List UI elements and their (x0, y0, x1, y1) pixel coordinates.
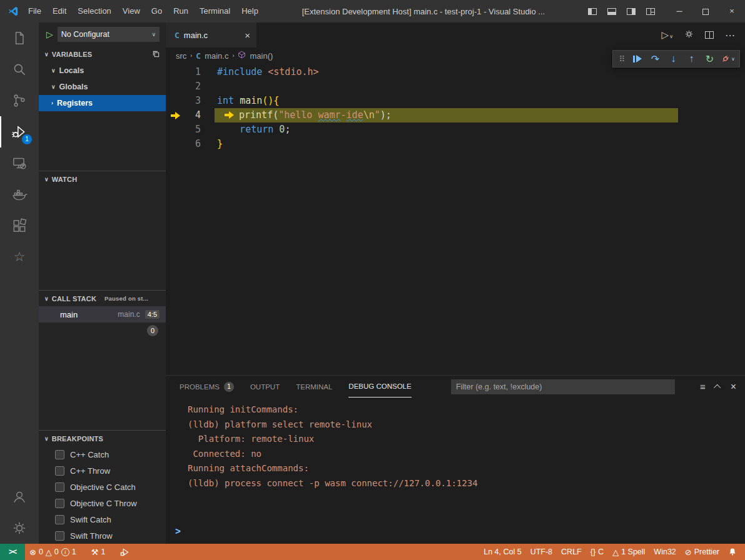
stack-frame-row[interactable]: main main.c 4:5 (39, 306, 166, 322)
breakpoint-cpp-throw[interactable]: C++ Throw (39, 462, 166, 479)
breadcrumb-symbol[interactable]: main() (250, 51, 273, 61)
run-file-button[interactable]: ▷ ∨ (662, 29, 673, 41)
variables-item-locals[interactable]: ∨ Locals (39, 62, 166, 79)
tab-terminal[interactable]: TERMINAL (296, 376, 332, 398)
breakpoint-swift-throw[interactable]: Swift Throw (39, 528, 166, 544)
tools-status[interactable]: ⚒ 1 (87, 544, 110, 560)
cursor-position[interactable]: Ln 4, Col 5 (479, 548, 525, 556)
problems-label: PROBLEMS (180, 383, 220, 391)
gutter-glyph[interactable] (166, 94, 185, 108)
copy-icon[interactable] (152, 50, 160, 59)
breakpoint-label: Objective C Catch (70, 482, 136, 492)
remote-explorer-icon[interactable] (0, 148, 39, 179)
breakpoint-label: Swift Catch (70, 515, 111, 524)
callstack-section-header[interactable]: ∨ CALL STACK Paused on st... (39, 290, 166, 306)
split-editor-icon[interactable] (705, 31, 714, 39)
tab-main-c[interactable]: C main.c × (166, 22, 256, 48)
watch-section-header[interactable]: ∨ WATCH (39, 171, 166, 187)
menu-help[interactable]: Help (236, 0, 264, 22)
checkbox-icon[interactable] (55, 515, 64, 524)
toggle-panel-icon[interactable] (607, 8, 616, 15)
console-prompt[interactable]: > (175, 524, 745, 544)
step-into-button[interactable]: ↓ (664, 53, 682, 64)
gutter-glyph[interactable] (166, 65, 185, 79)
menu-go[interactable]: Go (146, 0, 168, 22)
current-line-pointer-icon[interactable] (166, 108, 185, 122)
encoding-indicator[interactable]: UTF-8 (526, 548, 557, 556)
accounts-icon[interactable] (0, 481, 39, 512)
source-control-icon[interactable] (0, 85, 39, 116)
settings-gear-icon[interactable] (0, 512, 39, 544)
spell-checker-status[interactable]: △ 1 Spell (608, 548, 649, 557)
remote-indicator[interactable]: >< (0, 544, 25, 560)
breakpoints-section-header[interactable]: ∨ BREAKPOINTS (39, 430, 166, 446)
filter-icon[interactable]: ≡ (700, 381, 706, 392)
minimize-button[interactable]: ─ (666, 0, 692, 22)
debug-status[interactable] (116, 544, 134, 560)
toggle-sidebar-icon[interactable] (588, 8, 597, 15)
customize-layout-icon[interactable] (646, 8, 655, 15)
variables-item-globals[interactable]: ∨ Globals (39, 79, 166, 95)
step-out-button[interactable]: ↑ (682, 53, 701, 64)
start-debug-icon[interactable]: ▷ (46, 29, 53, 39)
breakpoint-objc-catch[interactable]: Objective C Catch (39, 479, 166, 495)
wamr-extension-star-icon[interactable]: ☆ (0, 241, 39, 272)
step-over-button[interactable]: ↷ (646, 53, 664, 65)
checkbox-icon[interactable] (55, 482, 64, 492)
restart-button[interactable]: ↻ (701, 53, 719, 65)
tab-output[interactable]: OUTPUT (250, 376, 280, 398)
menu-run[interactable]: Run (168, 0, 194, 22)
extensions-icon[interactable] (0, 210, 39, 241)
gutter-glyph[interactable] (166, 137, 185, 151)
variables-item-registers[interactable]: › Registers (39, 95, 166, 111)
menu-file[interactable]: File (23, 0, 47, 22)
platform-indicator[interactable]: Win32 (649, 548, 680, 556)
toggle-secondary-sidebar-icon[interactable] (627, 8, 636, 15)
maximize-panel-icon[interactable] (714, 384, 721, 391)
continue-button[interactable] (628, 55, 646, 62)
notifications-bell[interactable] (724, 548, 741, 556)
menu-edit[interactable]: Edit (47, 0, 72, 22)
checkbox-icon[interactable] (55, 531, 64, 541)
console-line: (lldb) process connect -p wasm connect:/… (188, 476, 745, 491)
settings-gear-icon[interactable] (684, 29, 694, 41)
drag-grip-icon[interactable]: ⠿ (616, 54, 628, 64)
breakpoint-objc-throw[interactable]: Objective C Throw (39, 495, 166, 511)
eol-indicator[interactable]: CRLF (557, 548, 586, 556)
close-panel-icon[interactable]: × (731, 381, 736, 392)
language-mode[interactable]: {} C (586, 548, 608, 556)
debug-console-output[interactable]: Running initCommands: (lldb) platform se… (166, 398, 745, 544)
checkbox-icon[interactable] (55, 499, 64, 508)
more-actions-icon[interactable]: ⋯ (725, 29, 735, 41)
checkbox-icon[interactable] (55, 450, 64, 459)
explorer-icon[interactable] (0, 22, 39, 54)
continue-icon (636, 55, 642, 62)
status-right: Ln 4, Col 5 UTF-8 CRLF {} C △ 1 Spell Wi… (479, 548, 745, 557)
search-icon[interactable] (0, 54, 39, 85)
disconnect-button[interactable]: ∨ (719, 54, 737, 64)
menu-view[interactable]: View (117, 0, 146, 22)
launch-config-dropdown[interactable]: No Configurat ∨ (58, 27, 160, 42)
console-filter-input[interactable] (451, 379, 675, 394)
run-and-debug-icon[interactable]: 1 (0, 116, 39, 148)
tab-debug-console[interactable]: DEBUG CONSOLE (348, 376, 411, 398)
problems-status[interactable]: ⊗ 0 △ 0 i 1 (25, 544, 81, 560)
gutter-glyph[interactable] (166, 122, 185, 137)
breadcrumb-folder[interactable]: src (176, 51, 186, 61)
tab-close-icon[interactable]: × (245, 30, 250, 41)
breadcrumb-file[interactable]: main.c (205, 51, 228, 61)
checkbox-icon[interactable] (55, 466, 64, 476)
formatter-status[interactable]: ⊘ Prettier (681, 548, 724, 557)
breakpoint-cpp-catch[interactable]: C++ Catch (39, 446, 166, 462)
tab-problems[interactable]: PROBLEMS 1 (180, 376, 234, 398)
menu-terminal[interactable]: Terminal (194, 0, 236, 22)
maximize-button[interactable] (692, 0, 719, 22)
close-button[interactable]: × (719, 0, 745, 22)
gutter-glyph[interactable] (166, 79, 185, 94)
docker-icon[interactable] (0, 179, 39, 210)
menu-selection[interactable]: Selection (72, 0, 116, 22)
breakpoint-swift-catch[interactable]: Swift Catch (39, 511, 166, 528)
line-number: 2 (185, 79, 201, 94)
variables-section-header[interactable]: ∨ VARIABLES (39, 46, 166, 62)
code-editor[interactable]: 1 #include <stdio.h> 2 3 int main(){ 4 p… (166, 64, 745, 375)
